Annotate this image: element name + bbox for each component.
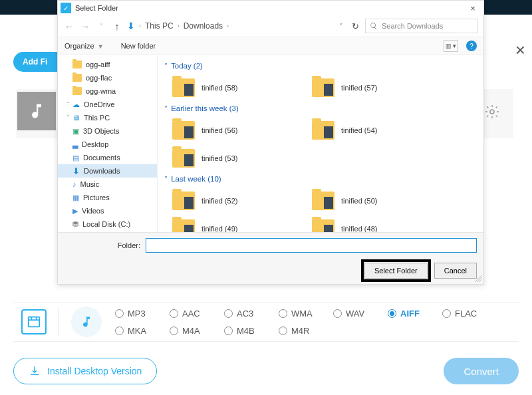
folder-item-label: tinified (52) [201, 197, 237, 205]
download-icon [29, 365, 41, 377]
tree-label: Music [80, 180, 100, 188]
radio-dot-icon [279, 327, 287, 335]
radio-dot-icon [333, 309, 342, 318]
folder-item[interactable]: tinified (57) [312, 74, 452, 102]
format-label: MKA [128, 326, 146, 336]
content-group-header[interactable]: ˅ Earlier this week (3) [164, 104, 481, 112]
folder-item[interactable]: tinified (54) [312, 116, 452, 144]
folder-icon [312, 219, 334, 232]
tree-label: OneDrive [84, 100, 114, 108]
select-folder-dialog: ✓ Select Folder × ← → ˅ ↑ ⬇ › This PC › … [57, 0, 484, 285]
organize-menu[interactable]: Organize ▼ [65, 42, 104, 50]
nav-row: ← → ˅ ↑ ⬇ › This PC › Downloads › ˅ ↻ Se… [58, 15, 483, 37]
new-folder-button[interactable]: New folder [121, 42, 156, 50]
expand-icon[interactable]: ˅ [65, 114, 71, 121]
dialog-close-icon[interactable]: × [465, 3, 481, 13]
tree-node[interactable]: ♪Music [58, 178, 157, 191]
svg-rect-1 [29, 317, 40, 327]
tree-node[interactable]: ▦Pictures [58, 191, 157, 204]
radio-dot-icon [170, 327, 178, 335]
tree-label: ogg-aiff [86, 61, 110, 68]
format-radio-aiff[interactable]: AIFF [388, 309, 442, 319]
folder-icon [172, 219, 195, 232]
folder-input[interactable] [146, 238, 477, 253]
folder-icon [172, 121, 195, 140]
crumb-dropdown-icon[interactable]: ˅ [336, 23, 345, 30]
install-label: Install Desktop Version [47, 366, 142, 376]
format-label: AC3 [237, 309, 253, 319]
tree-node[interactable]: ▣3D Objects [58, 124, 157, 138]
app-logo-icon: ✓ [61, 3, 71, 13]
radio-dot-icon [224, 327, 233, 335]
search-input[interactable]: Search Downloads [365, 19, 478, 33]
tree-node[interactable]: ▃Desktop [58, 138, 157, 151]
select-folder-button[interactable]: Select Folder [364, 263, 428, 279]
audio-format-icon[interactable] [71, 307, 102, 337]
breadcrumb[interactable]: ⬇ › This PC › Downloads › [127, 21, 230, 31]
format-radio-ac3[interactable]: AC3 [224, 309, 279, 319]
format-radio-aac[interactable]: AAC [170, 309, 224, 319]
tree-node[interactable]: ogg-flac [58, 71, 157, 84]
tree-node[interactable]: ˅☁OneDrive [58, 98, 157, 111]
tree-node[interactable]: ⛃Local Disk (C:) [58, 217, 157, 231]
chevron-down-icon: ˅ [164, 105, 168, 112]
nav-back-icon[interactable]: ← [63, 21, 75, 32]
tree-label: Downloads [84, 167, 120, 175]
radio-dot-icon [115, 309, 124, 318]
folder-item[interactable]: tinified (53) [172, 144, 312, 172]
nav-recent-icon[interactable]: ˅ [95, 23, 107, 30]
view-mode-button[interactable]: ▥ ▾ [444, 40, 458, 52]
format-radio-flac[interactable]: FLAC [442, 309, 497, 319]
content-group-header[interactable]: ˅ Last week (10) [164, 175, 481, 183]
format-label: AAC [182, 309, 200, 319]
footer: Install Desktop Version Convert [13, 358, 519, 384]
music-note-icon [27, 102, 46, 120]
tree-node[interactable]: ▶Videos [58, 204, 157, 217]
folder-item[interactable]: tinified (48) [312, 215, 452, 232]
download-arrow-icon: ⬇ [127, 21, 135, 31]
tree-node[interactable]: ogg-aiff [58, 58, 157, 71]
format-radio-wma[interactable]: WMA [279, 309, 333, 319]
install-desktop-button[interactable]: Install Desktop Version [13, 358, 157, 384]
cancel-button[interactable]: Cancel [434, 263, 477, 279]
help-icon[interactable]: ? [466, 41, 477, 51]
folder-item-label: tinified (48) [341, 225, 377, 232]
folder-icon [172, 78, 195, 97]
folder-item[interactable]: tinified (58) [172, 74, 312, 102]
tree-label: Local Disk (C:) [82, 220, 130, 228]
nav-up-icon[interactable]: ↑ [111, 21, 123, 32]
tree-node[interactable]: ▤Documents [58, 151, 157, 164]
tree-node[interactable]: ˅🖥This PC [58, 111, 157, 124]
crumb-this-pc[interactable]: This PC [145, 21, 174, 31]
folder-item[interactable]: tinified (56) [172, 116, 312, 144]
folder-name-row: Folder: [58, 232, 483, 257]
format-label: AIFF [400, 309, 420, 319]
format-radio-wav[interactable]: WAV [333, 309, 388, 319]
tree-label: Pictures [83, 194, 110, 201]
refresh-icon[interactable]: ↻ [349, 21, 361, 31]
folder-item[interactable]: tinified (52) [172, 187, 312, 215]
crumb-downloads[interactable]: Downloads [184, 21, 223, 31]
expand-icon[interactable]: ˅ [65, 101, 71, 108]
format-radio-m4r[interactable]: M4R [279, 326, 333, 336]
app-close-icon[interactable]: × [515, 40, 525, 61]
format-radio-mp3[interactable]: MP3 [115, 309, 170, 319]
format-label: FLAC [455, 309, 477, 319]
format-radio-m4b[interactable]: M4B [224, 326, 279, 336]
tree-node[interactable]: ogg-wma [58, 84, 157, 98]
settings-icon[interactable] [484, 104, 500, 120]
folder-item[interactable]: tinified (50) [312, 187, 452, 215]
content-group-header[interactable]: ˅ Today (2) [164, 62, 481, 70]
format-label: WAV [346, 309, 364, 319]
tree-node[interactable]: ⬇Downloads [58, 164, 157, 178]
folder-content[interactable]: ˅ Today (2)tinified (58)tinified (57)˅ E… [158, 55, 483, 232]
video-format-icon[interactable] [21, 309, 47, 334]
folder-tree[interactable]: ogg-aiffogg-flacogg-wma˅☁OneDrive˅🖥This … [58, 55, 158, 232]
divider [59, 308, 59, 336]
convert-button[interactable]: Convert [444, 358, 519, 384]
resize-grip-icon[interactable] [475, 275, 481, 282]
radio-dot-icon [388, 309, 396, 318]
format-radio-mka[interactable]: MKA [115, 326, 170, 336]
folder-item[interactable]: tinified (49) [172, 215, 312, 232]
format-radio-m4a[interactable]: M4A [170, 326, 224, 336]
